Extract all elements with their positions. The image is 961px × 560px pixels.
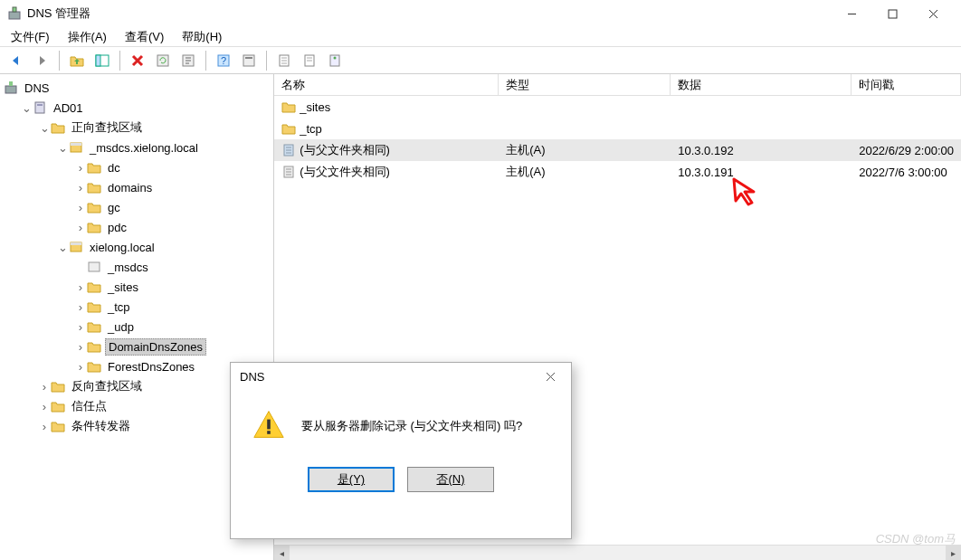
scroll-left-button[interactable]: ◂ (274, 546, 290, 561)
dns-icon (4, 81, 18, 95)
dialog-title: DNS (240, 370, 538, 384)
svg-text:?: ? (221, 55, 226, 66)
tree-root-dns[interactable]: DNS (4, 78, 270, 98)
tree-server[interactable]: ⌄ AD01 (4, 98, 270, 118)
folder-icon (87, 319, 101, 334)
svg-rect-25 (71, 242, 81, 245)
server-icon (33, 100, 47, 115)
maximize-button[interactable] (872, 0, 913, 27)
new-record-button[interactable] (273, 50, 295, 71)
zone-icon (69, 240, 83, 254)
tree-gc[interactable]: ›gc (4, 197, 270, 217)
minimize-button[interactable] (832, 0, 872, 27)
tree-msdcs-zone[interactable]: ⌄ _msdcs.xielong.local (4, 138, 270, 157)
svg-rect-1 (13, 7, 16, 12)
help-button[interactable]: ? (213, 50, 234, 71)
folder-icon (87, 180, 101, 195)
dialog-close-button[interactable] (538, 365, 562, 388)
svg-point-17 (334, 56, 337, 59)
svg-rect-12 (243, 55, 254, 66)
svg-rect-13 (245, 57, 252, 59)
menu-file[interactable]: 文件(F) (5, 27, 55, 47)
svg-rect-18 (5, 86, 16, 93)
header-type[interactable]: 类型 (499, 74, 671, 95)
close-button[interactable] (913, 0, 954, 27)
svg-rect-8 (157, 55, 168, 66)
tree-domain-zone[interactable]: ⌄ xielong.local (4, 237, 270, 257)
list-row[interactable]: _sites (274, 96, 961, 118)
tree-dc[interactable]: ›dc (4, 157, 270, 177)
record-icon (281, 143, 296, 157)
yes-button[interactable]: 是(Y) (308, 467, 395, 492)
svg-rect-0 (9, 12, 20, 19)
show-hide-tree-button[interactable] (91, 50, 113, 71)
tree-sub-msdcs[interactable]: _msdcs (4, 257, 270, 277)
menubar: 文件(F) 操作(A) 查看(V) 帮助(H) (0, 27, 961, 47)
window-title: DNS 管理器 (27, 5, 832, 22)
folder-icon (87, 280, 101, 294)
zone-icon (69, 140, 83, 155)
annotation-arrow-icon (728, 174, 765, 213)
folder-icon (87, 299, 101, 314)
nav-back-button[interactable] (5, 50, 27, 71)
folder-icon (87, 220, 101, 234)
folder-icon (281, 121, 296, 136)
folder-icon (51, 120, 65, 135)
folder-icon (87, 200, 101, 214)
confirm-dialog: DNS 要从服务器删除记录 (与父文件夹相同) 吗? 是(Y) 否(N) (230, 362, 572, 539)
warning-icon (252, 408, 285, 443)
tree-domains[interactable]: ›domains (4, 177, 270, 197)
list-row[interactable]: (与父文件夹相同) 主机(A) 10.3.0.192 2022/6/29 2:0… (274, 139, 961, 161)
titlebar: DNS 管理器 (0, 0, 961, 27)
app-icon (7, 6, 22, 21)
filter-button[interactable] (324, 50, 346, 71)
refresh-button[interactable] (152, 50, 174, 71)
header-data[interactable]: 数据 (671, 74, 852, 95)
svg-rect-19 (9, 81, 13, 86)
svg-rect-32 (267, 431, 271, 434)
header-timestamp[interactable]: 时间戳 (852, 74, 961, 95)
svg-rect-7 (96, 55, 100, 66)
svg-rect-31 (267, 420, 271, 430)
menu-action[interactable]: 操作(A) (62, 27, 112, 47)
nav-forward-button[interactable] (31, 50, 52, 71)
new-zone-button[interactable] (299, 50, 320, 71)
svg-rect-26 (89, 262, 100, 271)
watermark: CSDN @tom马 (876, 531, 956, 547)
folder-icon (87, 160, 101, 175)
folder-icon (281, 100, 296, 114)
export-button[interactable] (177, 50, 199, 71)
list-header: 名称 类型 数据 时间戳 (274, 74, 961, 96)
svg-rect-21 (37, 104, 43, 106)
tree-sub-udp[interactable]: ›_udp (4, 317, 270, 337)
toolbar: ? (0, 47, 961, 74)
dialog-titlebar: DNS (231, 363, 571, 390)
dialog-message: 要从服务器删除记录 (与父文件夹相同) 吗? (301, 418, 522, 434)
delete-button[interactable] (127, 50, 148, 71)
folder-icon (87, 359, 101, 374)
header-name[interactable]: 名称 (274, 74, 499, 95)
tree-sub-tcp[interactable]: ›_tcp (4, 297, 270, 317)
record-icon (281, 165, 296, 179)
folder-icon (51, 419, 65, 433)
properties-button[interactable] (238, 50, 260, 71)
list-row[interactable]: _tcp (274, 118, 961, 139)
tree-pdc[interactable]: ›pdc (4, 217, 270, 237)
tree-domain-dns-zones[interactable]: ›DomainDnsZones (4, 337, 270, 356)
svg-rect-3 (889, 10, 897, 18)
zone-icon (87, 260, 101, 274)
tree-sub-sites[interactable]: ›_sites (4, 277, 270, 297)
menu-view[interactable]: 查看(V) (119, 27, 169, 47)
folder-icon (51, 379, 65, 394)
svg-rect-23 (71, 143, 81, 146)
menu-help[interactable]: 帮助(H) (176, 27, 227, 47)
up-button[interactable] (66, 50, 88, 71)
no-button[interactable]: 否(N) (407, 467, 494, 492)
folder-icon (87, 339, 101, 354)
horizontal-scrollbar[interactable]: ◂ ▸ (274, 545, 961, 560)
tree-forward-zone[interactable]: ⌄ 正向查找区域 (4, 118, 270, 138)
svg-rect-20 (35, 102, 44, 113)
list-row[interactable]: (与父文件夹相同) 主机(A) 10.3.0.191 2022/7/6 3:00… (274, 161, 961, 183)
folder-icon (51, 399, 65, 413)
